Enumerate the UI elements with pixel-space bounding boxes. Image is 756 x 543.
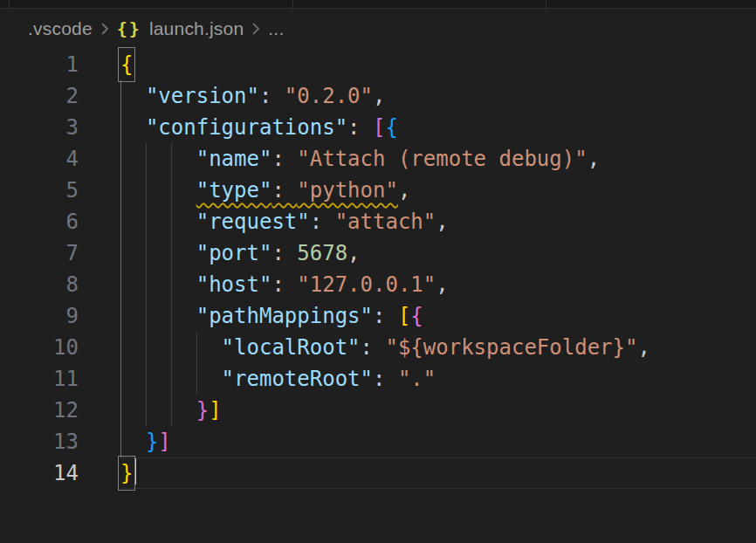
code-line[interactable]: 6"request": "attach",: [0, 206, 756, 237]
code-line-content[interactable]: "localRoot": "${workspaceFolder}",: [120, 332, 756, 363]
line-number[interactable]: 2: [0, 80, 120, 112]
code-token: "pathMappings": [196, 304, 373, 328]
code-line-content[interactable]: }]: [120, 426, 756, 457]
code-line[interactable]: 1{: [0, 49, 756, 80]
code-line-content[interactable]: "pathMappings": [{: [120, 300, 756, 332]
code-token: ]: [209, 398, 221, 423]
code-token: }: [196, 398, 209, 423]
code-line[interactable]: 7"port": 5678,: [0, 237, 756, 269]
code-token: "remoteRoot": [222, 367, 373, 391]
code-token: ,: [398, 178, 410, 203]
code-editor: 1{2"version": "0.2.0",3"configurations":…: [0, 49, 756, 489]
code-line-content[interactable]: }: [120, 457, 756, 489]
code-line-content[interactable]: "port": 5678,: [120, 237, 756, 269]
line-number[interactable]: 3: [0, 112, 120, 143]
code-token: ,: [347, 241, 360, 265]
code-line[interactable]: 14}: [0, 457, 756, 489]
indent-guides: [120, 332, 222, 363]
code-token: "name": [196, 147, 272, 171]
indent-guides: [120, 363, 222, 395]
line-number[interactable]: 13: [0, 426, 120, 457]
code-line-content[interactable]: "configurations": [{: [120, 112, 756, 143]
line-number[interactable]: 8: [0, 269, 120, 300]
code-token: :: [347, 115, 373, 140]
line-number[interactable]: 12: [0, 395, 120, 426]
tab-bar-edge: [0, 0, 756, 9]
code-token: ]: [158, 430, 170, 454]
line-number[interactable]: 1: [0, 49, 120, 80]
code-token: :: [310, 210, 335, 234]
code-token: :: [373, 367, 398, 391]
code-token: :: [271, 178, 297, 203]
line-number[interactable]: 5: [0, 175, 120, 206]
code-token: :: [259, 84, 285, 108]
code-token: ,: [637, 335, 649, 360]
indent-guides: [120, 80, 146, 112]
indent-guides: [120, 300, 196, 332]
text-cursor: [134, 458, 136, 485]
code-token: "configurations": [146, 115, 347, 140]
indent-guides: [120, 426, 146, 457]
vscode-editor-window: .vscode {} launch.json ... 1{2"version":…: [0, 0, 756, 543]
line-number[interactable]: 11: [0, 363, 120, 395]
code-token: :: [361, 335, 386, 360]
code-token: ,: [588, 147, 600, 171]
indent-guides: [120, 112, 146, 143]
bracket-match: {: [120, 49, 133, 80]
code-line[interactable]: 11"remoteRoot": ".": [0, 363, 756, 395]
tab-divider: [546, 0, 546, 8]
code-line[interactable]: 8"host": "127.0.0.1",: [0, 269, 756, 300]
warning-squiggle: "type": "python": [196, 178, 398, 203]
code-token: "python": [297, 178, 398, 203]
code-token: {: [385, 115, 397, 140]
indent-guides: [120, 175, 196, 206]
code-token: :: [373, 304, 398, 328]
code-line[interactable]: 12}]: [0, 395, 756, 426]
code-line[interactable]: 9"pathMappings": [{: [0, 300, 756, 332]
code-token: "0.2.0": [285, 84, 373, 108]
code-line-content[interactable]: {: [120, 49, 756, 80]
code-token: "127.0.0.1": [297, 272, 436, 297]
code-line-content[interactable]: "version": "0.2.0",: [120, 80, 756, 112]
code-line-content[interactable]: }]: [120, 395, 756, 426]
line-number[interactable]: 14: [0, 457, 120, 489]
code-line-content[interactable]: "remoteRoot": ".": [120, 363, 756, 395]
breadcrumb: .vscode {} launch.json ...: [0, 9, 756, 49]
indent-guides: [120, 143, 196, 175]
line-number[interactable]: 6: [0, 206, 120, 237]
breadcrumb-item-symbol[interactable]: ...: [268, 18, 284, 39]
code-token: "type": [196, 178, 272, 203]
code-line[interactable]: 3"configurations": [{: [0, 112, 756, 143]
code-line[interactable]: 10"localRoot": "${workspaceFolder}",: [0, 332, 756, 363]
line-number[interactable]: 10: [0, 332, 120, 363]
code-line[interactable]: 4"name": "Attach (remote debug)",: [0, 143, 756, 175]
code-token: :: [271, 241, 297, 265]
code-token: 5678: [297, 241, 347, 265]
code-token: "Attach (remote debug)": [297, 147, 587, 171]
chevron-right-icon: [251, 22, 260, 36]
code-token: "host": [196, 272, 272, 297]
code-line-content[interactable]: "host": "127.0.0.1",: [120, 269, 756, 300]
code-token: "${workspaceFolder}": [385, 335, 637, 360]
code-token: ,: [373, 84, 385, 108]
code-line[interactable]: 2"version": "0.2.0",: [0, 80, 756, 112]
code-token: ,: [436, 272, 448, 297]
code-line-content[interactable]: "name": "Attach (remote debug)",: [120, 143, 756, 175]
tab-divider: [292, 0, 293, 8]
indent-guides: [120, 395, 196, 426]
code-token: }: [146, 430, 158, 454]
code-line[interactable]: 5"type": "python",: [0, 175, 756, 206]
tab-divider: [9, 0, 10, 8]
code-line-content[interactable]: "type": "python",: [120, 175, 756, 206]
line-number[interactable]: 7: [0, 237, 120, 269]
indent-guides: [120, 206, 196, 237]
code-line[interactable]: 13}]: [0, 426, 756, 457]
code-token: "version": [146, 84, 259, 108]
code-token: :: [271, 147, 297, 171]
breadcrumb-item-folder[interactable]: .vscode: [28, 18, 93, 39]
line-number[interactable]: 4: [0, 143, 120, 175]
breadcrumb-item-file[interactable]: launch.json: [149, 18, 244, 39]
line-number[interactable]: 9: [0, 300, 120, 332]
code-token: "localRoot": [222, 335, 361, 360]
code-line-content[interactable]: "request": "attach",: [120, 206, 756, 237]
